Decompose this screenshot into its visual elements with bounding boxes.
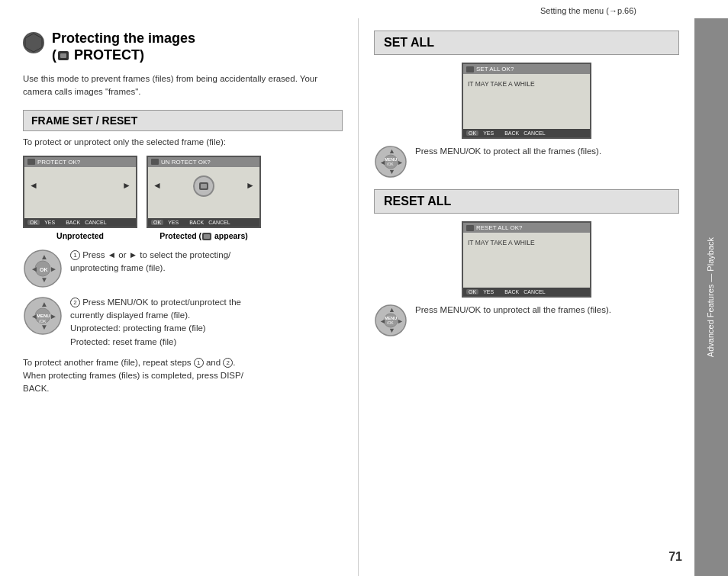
set-all-subtitle: IT MAY TAKE A WHILE [463,77,590,91]
section-title-area: Protecting the images ( PROTECT) [23,31,343,63]
lcd-small-icon [27,159,35,165]
step2-row: ◄ ► ▲ ▼ MENU /OK 2 Press MENU/OK to prot… [23,296,343,349]
left-column: Protecting the images ( PROTECT) Use thi… [0,18,359,576]
frame-set-desc: To protect or unprotect only the selecte… [23,137,343,146]
set-all-press-text: Press MENU/OK to protect all the frames … [415,145,601,158]
back-btn2: BACK [189,220,204,225]
svg-text:MENU: MENU [37,314,50,318]
page-container: Setting the menu (→p.66) Protecting the … [0,0,728,576]
lcd-title-protected: UN ROTECT OK? [148,157,259,167]
svg-text:/OK: /OK [387,320,394,325]
step2-text: 2 Press MENU/OK to protect/unprotect the… [70,296,241,349]
ok-btn-reset-all: OK [466,289,478,294]
set-all-instruction-row: ◄ ► ▲ ▼ MENU /OK Press MENU/OK to protec… [374,145,679,179]
set-all-icon [466,66,474,72]
reset-all-icon [466,225,474,231]
protect-icon [23,32,44,53]
svg-rect-4 [201,184,207,188]
lcd-screen-unprotected: PROTECT OK? ◄ ► OK YES BACK CANCEL [23,156,137,228]
screen-unprotected-container: PROTECT OK? ◄ ► OK YES BACK CANCEL Unpro… [23,156,137,241]
lcd-arrow-left2: ◄ [153,180,162,191]
svg-text:▼: ▼ [40,323,48,331]
nav-menu-wheel-icon: ◄ ► ▲ ▼ MENU /OK [23,296,63,336]
reset-all-nav-wheel: ◄ ► ▲ ▼ MENU /OK [374,304,407,337]
set-all-header: SET ALL [374,31,679,55]
protect-overlay-icon [193,175,214,197]
screens-row: PROTECT OK? ◄ ► OK YES BACK CANCEL Unpro… [23,156,343,241]
set-all-title-bar: SET ALL OK? [463,64,590,74]
lcd-screen-reset-all: RESET ALL OK? IT MAY TAKE A WHILE OK YES… [462,221,591,298]
ok-btn2: OK [151,220,163,225]
section-title: Protecting the images ( PROTECT) [52,31,195,63]
right-sidebar: Advanced Features — Playback [694,18,728,576]
svg-text:/OK: /OK [387,162,394,166]
step1-text: 1 Press ◄ or ► to select the protecting/… [70,249,230,275]
set-all-section: SET ALL SET ALL OK? IT MAY TAKE A WHILE … [374,31,679,179]
svg-text:▼: ▼ [40,275,48,284]
back-btn-reset-all: BACK [504,289,519,294]
lcd-arrow-left: ◄ [29,180,38,191]
lcd-small-icon2 [151,159,159,165]
svg-text:►: ► [50,312,57,320]
svg-text:▲: ▲ [40,300,48,308]
ok-btn-set-all: OK [466,130,478,136]
breadcrumb: Setting the menu (→p.66) [0,0,728,18]
svg-text:▲: ▲ [388,306,395,314]
screen-protected-container: UN ROTECT OK? ◄ ► OK [147,156,261,241]
svg-text:▼: ▼ [388,327,395,334]
set-all-nav-wheel: ◄ ► ▲ ▼ MENU /OK [374,145,407,179]
ok-btn: OK [27,220,40,225]
svg-text:►: ► [397,159,404,166]
svg-text:▲: ▲ [388,147,395,155]
back-btn-set-all: BACK [504,130,519,136]
sidebar-label: Advanced Features — Playback [705,237,717,357]
description-text: Use this mode to prevent frames (files) … [23,72,343,99]
svg-text:►: ► [50,265,57,273]
frame-set-reset-header: FRAME SET / RESET [23,110,343,131]
back-btn: BACK [66,220,80,225]
svg-text:►: ► [397,317,404,325]
steps-area: ◄ ► ▲ ▼ OK 1 Press ◄ or ► to select the … [23,249,343,349]
lcd-bottom-protected: OK YES BACK CANCEL [148,218,259,227]
right-column: SET ALL SET ALL OK? IT MAY TAKE A WHILE … [359,18,694,576]
nav-wheel-icon: ◄ ► ▲ ▼ OK [23,249,63,288]
protect-title-line2: ( PROTECT) [52,47,144,63]
svg-text:▲: ▲ [40,253,48,261]
page-number: 71 [668,550,682,564]
step1-row: ◄ ► ▲ ▼ OK 1 Press ◄ or ► to select the … [23,249,343,288]
reset-all-header: RESET ALL [374,189,679,214]
svg-text:OK: OK [40,267,48,272]
reset-all-subtitle: IT MAY TAKE A WHILE [463,236,590,249]
set-all-bottom-bar: OK YES BACK CANCEL [463,129,590,137]
screen-unprotected-label: Unprotected [56,231,104,240]
svg-text:▼: ▼ [388,168,395,175]
lcd-bottom-unprotected: OK YES BACK CANCEL [24,218,136,227]
svg-text:/OK: /OK [39,319,47,323]
lcd-title-unprotected: PROTECT OK? [24,157,136,167]
svg-rect-6 [204,234,210,239]
set-all-screen-area: SET ALL OK? IT MAY TAKE A WHILE OK YES B… [374,63,679,139]
lcd-screen-set-all: SET ALL OK? IT MAY TAKE A WHILE OK YES B… [462,63,591,139]
lcd-arrow-right2: ► [246,180,255,191]
lcd-screen-protected: UN ROTECT OK? ◄ ► OK [147,156,261,228]
svg-rect-2 [60,53,66,58]
footer-text: To protect another frame (file), repeat … [23,356,343,396]
svg-marker-0 [25,34,42,52]
main-content: Protecting the images ( PROTECT) Use thi… [0,18,728,576]
reset-all-title-bar: RESET ALL OK? [463,223,590,233]
reset-all-press-text: Press MENU/OK to unprotect all the frame… [415,304,611,317]
reset-all-screen-area: RESET ALL OK? IT MAY TAKE A WHILE OK YES… [374,221,679,298]
reset-all-bottom-bar: OK YES BACK CANCEL [463,288,590,296]
reset-all-instruction-row: ◄ ► ▲ ▼ MENU /OK Press MENU/OK to unprot… [374,304,679,337]
svg-text:◄: ◄ [31,265,38,273]
reset-all-section: RESET ALL RESET ALL OK? IT MAY TAKE A WH… [374,189,679,337]
screen-protected-label: Protected ( appears) [159,231,248,241]
lcd-arrow-right: ► [122,180,131,191]
